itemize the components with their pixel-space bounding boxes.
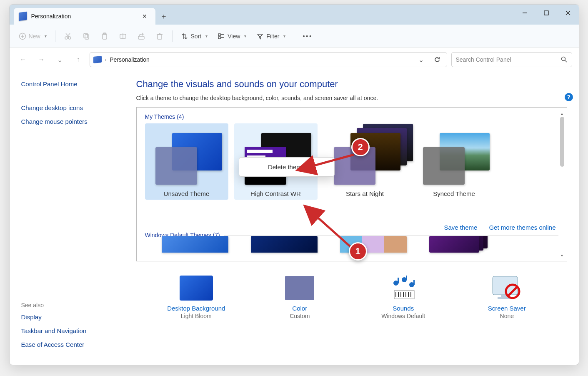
scroll-track[interactable] xyxy=(559,117,565,252)
copy-icon xyxy=(82,32,90,40)
filter-button[interactable]: Filter▾ xyxy=(252,28,290,45)
paste-button[interactable] xyxy=(96,28,113,45)
close-window-button[interactable] xyxy=(557,5,579,21)
svg-rect-12 xyxy=(85,35,89,39)
more-button[interactable]: ••• xyxy=(298,28,317,45)
share-icon xyxy=(137,32,145,40)
scroll-down-button[interactable]: ▾ xyxy=(559,252,565,258)
new-tab-button[interactable]: ＋ xyxy=(155,8,172,25)
ellipsis-icon: ••• xyxy=(303,33,313,40)
svg-rect-17 xyxy=(138,36,144,39)
search-icon xyxy=(561,56,568,63)
see-also-title: See also xyxy=(21,302,87,308)
sounds-icon xyxy=(387,275,420,301)
chevron-down-icon: ▾ xyxy=(205,34,208,38)
desktop-background-item[interactable]: Desktop Background Light Bloom xyxy=(150,275,242,319)
scroll-thumb[interactable] xyxy=(560,117,564,167)
sidebar: Control Panel Home Change desktop icons … xyxy=(10,71,136,365)
copy-button[interactable] xyxy=(78,28,95,45)
active-tab[interactable]: Personalization ✕ xyxy=(14,8,155,25)
breadcrumb-separator: › xyxy=(105,57,107,62)
svg-rect-18 xyxy=(158,35,162,39)
item-title: Sounds xyxy=(358,305,449,312)
view-button[interactable]: View▾ xyxy=(213,28,250,45)
view-icon xyxy=(218,33,225,40)
theme-unsaved[interactable]: Unsaved Theme xyxy=(145,123,228,200)
sounds-item[interactable]: Sounds Windows Default xyxy=(358,275,449,319)
address-bar[interactable]: › Personalization ⌄ xyxy=(90,52,447,67)
item-title: Desktop Background xyxy=(150,305,242,312)
toolbar: New▾ Sort▾ View▾ Filter▾ ••• xyxy=(10,25,579,48)
get-more-themes-link[interactable]: Get more themes online xyxy=(489,224,555,231)
screen-saver-item[interactable]: Screen Saver None xyxy=(461,275,553,319)
my-themes-header: My Themes (4) xyxy=(145,113,558,120)
svg-rect-22 xyxy=(218,37,220,39)
item-value: Windows Default xyxy=(358,313,449,319)
history-button[interactable]: ⌄ xyxy=(53,53,67,67)
theme-synced[interactable]: Synced Theme xyxy=(413,123,496,200)
sidebar-link-home[interactable]: Control Panel Home xyxy=(21,80,125,88)
forward-button[interactable]: → xyxy=(35,53,49,67)
sidebar-link-mouse-pointers[interactable]: Change mouse pointers xyxy=(21,118,125,125)
svg-point-8 xyxy=(68,37,71,39)
up-button[interactable]: ↑ xyxy=(71,53,85,67)
control-panel-icon xyxy=(19,12,27,21)
annotation-arrow-2 xyxy=(308,155,358,171)
delete-button[interactable] xyxy=(151,28,168,45)
theme-label: Unsaved Theme xyxy=(147,190,227,197)
sort-label: Sort xyxy=(191,33,202,40)
item-value: None xyxy=(461,313,553,319)
scroll-up-button[interactable]: ▴ xyxy=(559,110,565,117)
breadcrumb-item[interactable]: Personalization xyxy=(110,56,150,63)
my-themes-title: My Themes (4) xyxy=(145,113,184,120)
body: Control Panel Home Change desktop icons … xyxy=(10,71,579,365)
svg-rect-30 xyxy=(398,278,399,283)
scrollbar[interactable]: ▴ ▾ xyxy=(558,110,566,258)
sidebar-link-desktop-icons[interactable]: Change desktop icons xyxy=(21,104,125,111)
item-title: Color xyxy=(254,305,345,312)
search-placeholder: Search Control Panel xyxy=(456,56,561,63)
chevron-down-icon: ▾ xyxy=(45,34,47,38)
new-button[interactable]: New▾ xyxy=(15,28,51,45)
svg-line-26 xyxy=(565,60,567,62)
theme-thumbnail xyxy=(414,127,494,189)
maximize-button[interactable] xyxy=(535,5,557,21)
window-controls xyxy=(514,5,579,21)
new-label: New xyxy=(29,33,40,40)
address-history-button[interactable]: ⌄ xyxy=(415,56,428,64)
minimize-button[interactable] xyxy=(514,5,535,21)
annotation-badge-1: 1 xyxy=(349,242,367,261)
rule xyxy=(224,235,558,236)
rename-button[interactable] xyxy=(115,28,131,45)
theme-label: High Contrast WR xyxy=(236,190,316,197)
seealso-taskbar[interactable]: Taskbar and Navigation xyxy=(21,327,87,334)
sort-button[interactable]: Sort▾ xyxy=(177,28,212,45)
sort-icon xyxy=(181,33,188,40)
window: Personalization ✕ ＋ New▾ Sort▾ View▾ xyxy=(9,4,579,365)
color-item[interactable]: Color Custom xyxy=(254,275,345,319)
back-button[interactable]: ← xyxy=(16,53,30,67)
seealso-display[interactable]: Display xyxy=(21,313,87,321)
svg-rect-32 xyxy=(413,280,415,285)
scissors-icon xyxy=(64,32,72,40)
default-theme-thumb[interactable] xyxy=(251,236,318,253)
theme-links: Save theme Get more themes online xyxy=(444,224,555,231)
search-input[interactable]: Search Control Panel xyxy=(451,52,572,67)
page-title: Change the visuals and sounds on your co… xyxy=(136,79,567,90)
settings-strip: Desktop Background Light Bloom Color Cus… xyxy=(136,261,567,332)
seealso-ease-of-access[interactable]: Ease of Access Center xyxy=(21,341,87,348)
close-tab-button[interactable]: ✕ xyxy=(139,10,150,22)
save-theme-link[interactable]: Save theme xyxy=(444,224,477,231)
refresh-button[interactable] xyxy=(431,56,443,63)
cut-button[interactable] xyxy=(60,28,76,45)
separator xyxy=(55,30,55,42)
separator xyxy=(172,30,173,42)
svg-line-47 xyxy=(315,216,354,250)
titlebar: Personalization ✕ ＋ xyxy=(10,5,579,25)
default-theme-thumb[interactable] xyxy=(429,236,496,253)
clipboard-icon xyxy=(100,32,109,40)
default-theme-thumb[interactable] xyxy=(162,236,228,253)
svg-rect-1 xyxy=(544,11,548,15)
share-button[interactable] xyxy=(133,28,150,45)
svg-point-7 xyxy=(65,37,68,39)
